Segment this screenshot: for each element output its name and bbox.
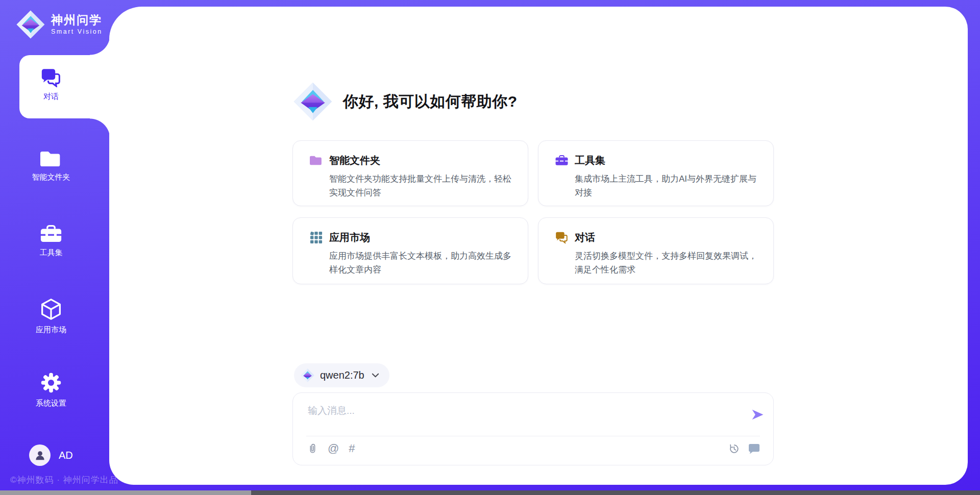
attach-file-button[interactable] (307, 443, 318, 454)
composer-toolbar: @ # (307, 443, 355, 454)
brand-logo: 神州问学 Smart Vision (16, 10, 103, 39)
composer-right-toolbar (728, 443, 760, 454)
brand-diamond-icon (16, 10, 45, 39)
sidebar-item-app-market[interactable]: 应用市场 (15, 298, 87, 335)
message-composer: @ # (292, 392, 774, 465)
folder-icon (310, 154, 323, 167)
send-button[interactable] (751, 408, 765, 422)
brand-name: 神州问学 (51, 14, 103, 26)
send-icon (751, 408, 765, 422)
app-window: 神州问学 Smart Vision 对话 智能文件夹 工具集 应用市场 系统设置… (0, 0, 980, 495)
person-icon (34, 450, 46, 461)
copyright-footer: ©神州数码 · 神州问学出品 (10, 474, 118, 486)
sidebar-item-settings[interactable]: 系统设置 (15, 372, 87, 408)
brand-subtitle: Smart Vision (51, 29, 103, 35)
card-description: 智能文件夹功能支持批量文件上传与清洗，轻松实现文件问答 (329, 172, 514, 200)
card-description: 集成市场上主流工具，助力AI与外界无缝扩展与对接 (575, 172, 760, 200)
mention-button[interactable]: @ (328, 443, 339, 454)
user-initials: AD (59, 450, 73, 461)
horizontal-scrollbar[interactable] (0, 490, 980, 495)
cube-icon (40, 298, 62, 320)
feature-cards: 智能文件夹 智能文件夹功能支持批量文件上传与清洗，轻松实现文件问答 工具集 集成… (292, 140, 774, 284)
card-smart-folder[interactable]: 智能文件夹 智能文件夹功能支持批量文件上传与清洗，轻松实现文件问答 (292, 140, 528, 206)
sidebar-item-label: 应用市场 (36, 325, 66, 335)
history-button[interactable] (728, 443, 740, 454)
hashtag-button[interactable]: # (349, 443, 355, 454)
scrollbar-thumb[interactable] (0, 490, 251, 495)
conversation-button[interactable] (748, 443, 760, 454)
chat-icon (41, 68, 61, 87)
sidebar-item-smart-folder[interactable]: 智能文件夹 (15, 150, 87, 182)
message-input[interactable] (307, 403, 743, 434)
card-title: 应用市场 (329, 231, 370, 244)
tab-fillet-bottom (90, 118, 110, 139)
sidebar-item-chat[interactable]: 对话 (15, 68, 87, 102)
card-title: 工具集 (575, 154, 605, 167)
toolbox-icon (40, 225, 62, 243)
toolbox-icon (555, 154, 568, 167)
history-clock-icon (728, 443, 740, 454)
grid-icon (310, 231, 323, 244)
user-account[interactable]: AD (29, 444, 73, 466)
assistant-diamond-icon (293, 82, 332, 121)
greeting: 你好, 我可以如何帮助你? (293, 82, 518, 121)
card-title: 对话 (575, 231, 595, 244)
chat-bubble-icon (748, 443, 760, 454)
model-selector[interactable]: qwen2:7b (294, 363, 389, 387)
card-description: 应用市场提供丰富长文本模板，助力高效生成多样化文章内容 (329, 249, 514, 277)
card-description: 灵活切换多模型文件，支持多样回复效果调试，满足个性化需求 (575, 249, 760, 277)
card-title: 智能文件夹 (329, 154, 380, 167)
composer-divider (306, 436, 760, 436)
model-name: qwen2:7b (320, 369, 364, 381)
sidebar-item-label: 工具集 (40, 248, 63, 258)
chevron-down-icon (372, 373, 379, 378)
paperclip-icon (307, 443, 318, 454)
sidebar-item-label: 对话 (43, 92, 59, 102)
card-chat[interactable]: 对话 灵活切换多模型文件，支持多样回复效果调试，满足个性化需求 (538, 217, 774, 284)
card-toolset[interactable]: 工具集 集成市场上主流工具，助力AI与外界无缝扩展与对接 (538, 140, 774, 206)
folder-icon (40, 150, 62, 168)
sidebar-item-toolset[interactable]: 工具集 (15, 225, 87, 258)
sidebar-item-label: 系统设置 (36, 399, 66, 408)
gear-icon (40, 372, 62, 394)
chat-icon (555, 231, 568, 244)
avatar (29, 444, 51, 466)
greeting-text: 你好, 我可以如何帮助你? (343, 91, 518, 112)
card-app-market[interactable]: 应用市场 应用市场提供丰富长文本模板，助力高效生成多样化文章内容 (292, 217, 528, 284)
model-diamond-icon (301, 368, 314, 382)
sidebar-item-label: 智能文件夹 (32, 172, 70, 182)
